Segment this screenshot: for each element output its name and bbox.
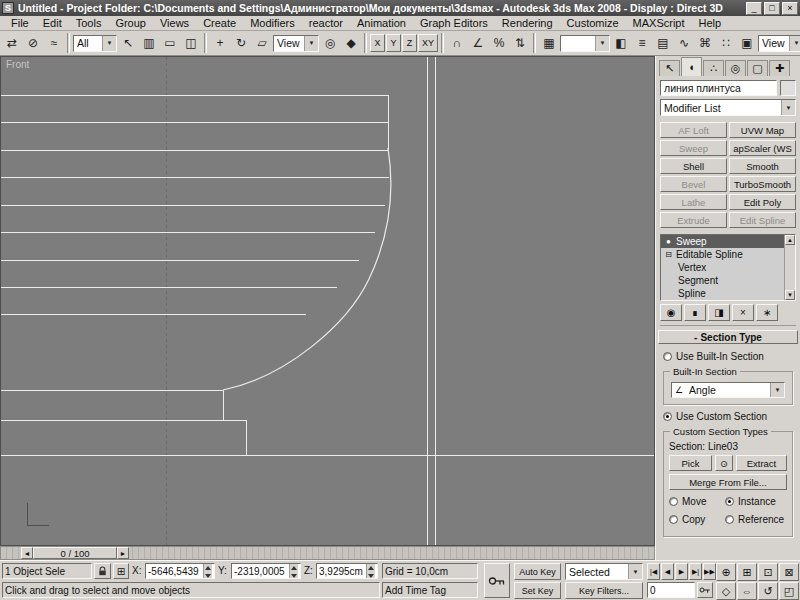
configure-modifier-sets-icon[interactable]: ∗ [756, 304, 778, 321]
layer-manager-icon[interactable]: ▤ [653, 33, 673, 53]
axis-xy-button[interactable]: XY [418, 34, 438, 52]
select-and-rotate-icon[interactable]: ↻ [231, 33, 251, 53]
menu-modifiers[interactable]: Modifiers [243, 17, 302, 29]
z-coordinate-field[interactable]: 3,9295cm [316, 563, 378, 579]
auto-key-button[interactable]: Auto Key [514, 563, 561, 580]
chevron-down-icon[interactable]: ▼ [595, 36, 609, 51]
select-and-manipulate-icon[interactable]: ◆ [341, 33, 361, 53]
named-sets-dropdown[interactable]: ▼ [560, 35, 610, 52]
make-unique-icon[interactable]: ◨ [708, 304, 730, 321]
y-coordinate-field[interactable]: -2319,0005 [231, 563, 301, 579]
window-crossing-icon[interactable]: ◫ [181, 33, 201, 53]
curve-editor-icon[interactable]: ∿ [674, 33, 694, 53]
lightbulb-icon[interactable]: ● [664, 237, 673, 246]
key-selection-set-dropdown[interactable]: Selected ▼ [565, 563, 643, 580]
object-name-field[interactable]: линия плинтуса [660, 80, 777, 96]
menu-create[interactable]: Create [196, 17, 243, 29]
stack-item-sweep[interactable]: ● Sweep [661, 235, 784, 248]
key-filters-button[interactable]: Key Filters... [565, 582, 643, 599]
radio-instance[interactable] [725, 497, 734, 506]
viewport-label[interactable]: Front [6, 59, 29, 70]
radio-use-custom-section[interactable] [663, 412, 672, 421]
angle-snap-icon[interactable]: ∠ [468, 33, 488, 53]
pick-mode-icon[interactable]: ⊙ [715, 455, 733, 471]
menu-group[interactable]: Group [108, 17, 153, 29]
select-object-icon[interactable]: ↖ [118, 33, 138, 53]
stack-item-segment[interactable]: Segment [661, 274, 784, 287]
arc-rotate-icon[interactable]: ↺ [758, 582, 778, 600]
menu-graph-editors[interactable]: Graph Editors [413, 17, 495, 29]
chevron-down-icon[interactable]: ▼ [102, 36, 116, 51]
menu-reactor[interactable]: reactor [302, 17, 350, 29]
menu-customize[interactable]: Customize [560, 17, 626, 29]
unlink-selection-icon[interactable]: ⊘ [23, 33, 43, 53]
builtin-section-dropdown[interactable]: ∠ Angle ▼ [671, 382, 785, 398]
scroll-up-icon[interactable]: ▲ [785, 235, 795, 245]
x-spinner[interactable] [203, 564, 212, 578]
modifier-button[interactable]: Edit Spline [729, 212, 796, 228]
edit-named-sets-icon[interactable]: ▦ [539, 33, 559, 53]
zoom-all-icon[interactable]: ⊞ [737, 563, 757, 581]
axis-x-button[interactable]: X [370, 34, 385, 52]
pick-button[interactable]: Pick [669, 455, 712, 471]
zoom-extents-all-icon[interactable]: ⊠ [779, 563, 799, 581]
percent-snap-icon[interactable]: % [489, 33, 509, 53]
menu-views[interactable]: Views [153, 17, 196, 29]
scroll-down-icon[interactable]: ▼ [785, 290, 795, 300]
modifier-button[interactable]: Shell [660, 158, 727, 174]
lock-selection-button[interactable] [94, 563, 111, 579]
menu-file[interactable]: File [4, 17, 36, 29]
modifier-button[interactable]: Extrude [660, 212, 727, 228]
modifier-button[interactable]: UVW Map [729, 122, 796, 138]
previous-frame-icon[interactable]: ◀ [661, 563, 674, 580]
time-slider-handle[interactable]: 0 / 100 [33, 547, 117, 559]
menu-help[interactable]: Help [692, 17, 729, 29]
object-color-swatch[interactable] [780, 80, 796, 96]
menu-edit[interactable]: Edit [36, 17, 69, 29]
maximize-icon[interactable]: □ [764, 2, 780, 15]
stack-item-editable-spline[interactable]: ⊟ Editable Spline [661, 248, 784, 261]
menu-animation[interactable]: Animation [350, 17, 413, 29]
next-frame-arrow-icon[interactable]: ► [117, 547, 129, 559]
previous-frame-arrow-icon[interactable]: ◄ [21, 547, 33, 559]
key-mode-toggle-button[interactable] [697, 582, 713, 598]
next-frame-icon[interactable]: ▶| [689, 563, 702, 580]
align-icon[interactable]: ≡ [632, 33, 652, 53]
set-key-button[interactable]: Set Key [514, 582, 561, 599]
go-to-end-icon[interactable]: ▶▶ [703, 563, 716, 580]
extract-button[interactable]: Extract [736, 455, 787, 471]
axis-z-button[interactable]: Z [402, 34, 417, 52]
set-keys-button[interactable] [484, 563, 510, 598]
frame-number-field[interactable]: 0 [647, 582, 695, 598]
select-and-move-icon[interactable]: + [210, 33, 230, 53]
play-icon[interactable]: ▶ [675, 563, 688, 580]
stack-item-spline[interactable]: Spline [661, 287, 784, 300]
radio-use-builtin-section[interactable] [663, 352, 672, 361]
use-pivot-center-icon[interactable]: ◎ [320, 33, 340, 53]
chevron-down-icon[interactable]: ▼ [789, 36, 800, 51]
select-and-scale-icon[interactable]: ▱ [252, 33, 272, 53]
schematic-view-icon[interactable]: ⌘ [695, 33, 715, 53]
bind-to-spacewarp-icon[interactable]: ≈ [44, 33, 64, 53]
field-of-view-icon[interactable]: ◇ [716, 582, 736, 600]
modifier-button[interactable]: Bevel [660, 176, 727, 192]
merge-from-file-button[interactable]: Merge From File... [669, 474, 787, 490]
modifier-button[interactable]: TurboSmooth [729, 176, 796, 192]
modifier-button[interactable]: apScaler (WS [729, 140, 796, 156]
zoom-icon[interactable]: ⊕ [716, 563, 736, 581]
rollout-header[interactable]: - Section Type [658, 330, 798, 344]
pin-stack-icon[interactable]: ◉ [660, 304, 682, 321]
absolute-offset-toggle-icon[interactable]: ⊞ [113, 563, 129, 579]
y-spinner[interactable] [289, 564, 298, 578]
zoom-extents-icon[interactable]: ⊡ [758, 563, 778, 581]
snap-toggle-icon[interactable]: ∩ [447, 33, 467, 53]
add-time-tag[interactable]: Add Time Tag [382, 582, 478, 598]
show-end-result-icon[interactable]: ∎ [684, 304, 706, 321]
spinner-snap-icon[interactable]: ⇅ [510, 33, 530, 53]
menu-rendering[interactable]: Rendering [495, 17, 560, 29]
tab-utilities[interactable]: ✚ [769, 60, 790, 76]
viewport-front[interactable]: Front [0, 56, 655, 546]
stack-scrollbar[interactable]: ▲ ▼ [784, 235, 795, 300]
reference-coordinate-dropdown[interactable]: View ▼ [273, 35, 319, 52]
selection-filter-dropdown[interactable]: All ▼ [73, 35, 117, 52]
